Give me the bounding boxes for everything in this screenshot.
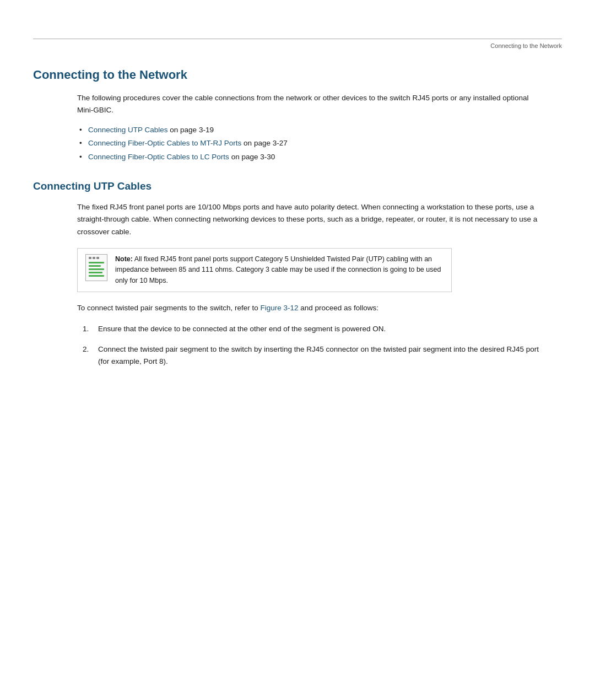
step-2-num: 2. (83, 343, 98, 368)
dot-3 (96, 257, 99, 259)
breadcrumb: Connecting to the Network (0, 39, 595, 51)
note-icon (85, 254, 107, 281)
note-line-5 (89, 275, 104, 277)
steps-list: 1. Ensure that the device to be connecte… (77, 323, 540, 368)
main-section-body: The following procedures cover the cable… (77, 92, 540, 164)
note-line-2 (89, 265, 101, 267)
body2-suffix: and proceed as follows: (298, 304, 378, 312)
dot-1 (89, 257, 91, 259)
sub-section-body: The fixed RJ45 front panel ports are 10/… (77, 201, 540, 368)
links-list: Connecting UTP Cables on page 3-19 Conne… (77, 123, 540, 164)
note-box: Note: All fixed RJ45 front panel ports s… (77, 248, 452, 292)
note-body-text: All fixed RJ45 front panel ports support… (115, 255, 441, 284)
sub-heading: Connecting UTP Cables (33, 180, 562, 192)
list-item: Connecting Fiber-Optic Cables to MT-RJ P… (77, 137, 540, 150)
list-item: Connecting Fiber-Optic Cables to LC Port… (77, 150, 540, 164)
main-content: Connecting to the Network The following … (0, 51, 595, 408)
step-1-num: 1. (83, 323, 98, 335)
dot-2 (93, 257, 95, 259)
link-utp-cables[interactable]: Connecting UTP Cables (88, 126, 168, 134)
body2-prefix: To connect twisted pair segments to the … (77, 304, 260, 312)
page: Connecting to the Network Connecting to … (0, 39, 595, 700)
intro-paragraph: The following procedures cover the cable… (77, 92, 540, 116)
step-1-text: Ensure that the device to be connected a… (98, 323, 540, 335)
figure-3-12-link[interactable]: Figure 3-12 (260, 304, 298, 312)
step-2: 2. Connect the twisted pair segment to t… (77, 343, 540, 368)
link-suffix-2: on page 3-30 (229, 153, 275, 161)
body-paragraph-1: The fixed RJ45 front panel ports are 10/… (77, 201, 540, 238)
main-heading: Connecting to the Network (33, 68, 562, 82)
step-1: 1. Ensure that the device to be connecte… (77, 323, 540, 335)
note-line-1 (89, 262, 104, 263)
note-text-content: Note: All fixed RJ45 front panel ports s… (115, 254, 443, 286)
body-paragraph-2: To connect twisted pair segments to the … (77, 302, 540, 314)
step-2-text: Connect the twisted pair segment to the … (98, 343, 540, 368)
list-item: Connecting UTP Cables on page 3-19 (77, 123, 540, 137)
note-line-4 (89, 272, 102, 273)
note-icon-dots (89, 257, 104, 259)
note-label: Note: (115, 255, 133, 263)
link-fiber-mt-rj[interactable]: Connecting Fiber-Optic Cables to MT-RJ P… (88, 139, 241, 147)
link-suffix-1: on page 3-27 (241, 139, 287, 147)
note-line-3 (89, 268, 104, 270)
link-suffix-0: on page 3-19 (168, 126, 214, 134)
link-fiber-lc[interactable]: Connecting Fiber-Optic Cables to LC Port… (88, 153, 229, 161)
